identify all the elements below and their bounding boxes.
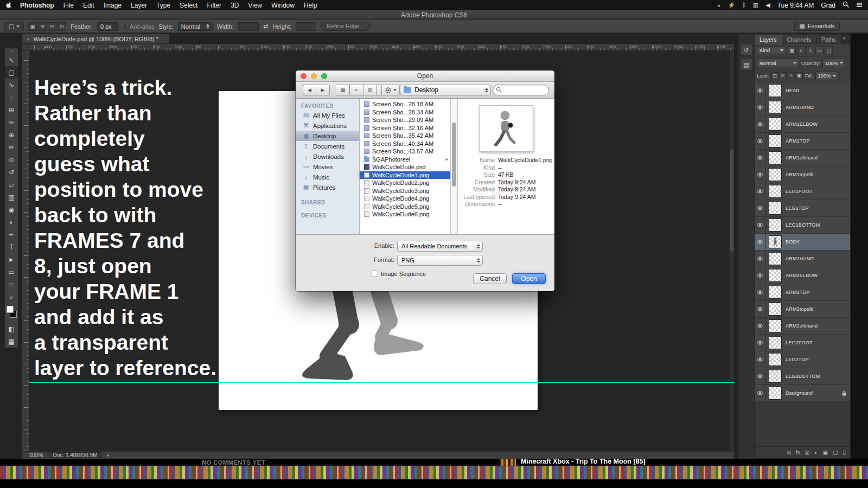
menu-status-icon[interactable]: ᛒ — [742, 2, 746, 9]
arm2top[interactable]: ARM2TOP — [755, 284, 850, 301]
layer-thumbnail[interactable] — [769, 101, 782, 114]
filter-icon[interactable]: ▦ — [788, 46, 796, 54]
layer-visibility-toggle[interactable] — [755, 267, 766, 284]
walkcycledude2-png[interactable]: WalkCycleDude2.png — [360, 179, 450, 187]
layer-visibility-toggle[interactable] — [755, 351, 766, 368]
antialias-box[interactable] — [122, 24, 127, 29]
lock-icon[interactable]: ✏ — [780, 72, 787, 79]
cyan-guide-line[interactable] — [29, 382, 734, 383]
layer-thumbnail[interactable] — [769, 370, 782, 383]
height-input[interactable] — [296, 22, 316, 31]
filter-icon[interactable]: ▢ — [825, 46, 833, 54]
layer-thumbnail[interactable] — [769, 387, 782, 400]
filter-icon[interactable]: ▭ — [815, 46, 824, 54]
sgaphotoreel[interactable]: SGAPhotoreel ▶ — [360, 156, 450, 164]
layer-thumbnail[interactable] — [769, 219, 782, 232]
menu-status-icon[interactable]: ⚡ — [728, 2, 736, 9]
all-my-files[interactable]: ▤ All My Files — [296, 110, 359, 120]
screen-sho-28-34-am[interactable]: Screen Sho...28.34 AM — [360, 108, 450, 117]
desktop[interactable]: ▣ Desktop — [296, 131, 359, 141]
pen-tool[interactable]: ✒ — [5, 228, 18, 241]
zoom-tool[interactable]: ⌕ — [5, 291, 18, 303]
quick-selection-tool[interactable]: ◌ — [5, 91, 18, 104]
menu-item[interactable]: File — [63, 2, 74, 9]
layer-thumbnail[interactable] — [769, 303, 782, 316]
menu-item[interactable]: View — [248, 2, 262, 9]
close-tab-icon[interactable]: × — [27, 36, 30, 42]
filter-kind-dropdown[interactable]: Kind — [757, 46, 786, 54]
arm2hand[interactable]: ARM2HAND — [755, 251, 850, 267]
menu-item[interactable]: 3D — [231, 2, 239, 9]
layer-thumbnail[interactable] — [769, 235, 782, 248]
filter-icon[interactable]: ◐ — [797, 46, 805, 54]
shape-tool[interactable]: ▭ — [5, 266, 18, 278]
dodge-tool[interactable]: ◐ — [5, 216, 18, 228]
layers-footer-icon[interactable]: ▯ — [843, 450, 846, 455]
walkcycledude3-png[interactable]: WalkCycleDude3.png — [360, 187, 450, 195]
menu-item[interactable]: Image — [104, 2, 122, 9]
image-sequence-checkbox[interactable]: Image Sequence — [372, 271, 426, 277]
format-dropdown[interactable]: PNG — [397, 255, 483, 266]
screen-sho-28-18-am[interactable]: Screen Sho...28.18 AM — [360, 100, 450, 108]
walkcycledude-psd[interactable]: WalkCycleDude.psd — [360, 163, 450, 171]
layer-visibility-toggle[interactable] — [755, 318, 766, 334]
layer-visibility-toggle[interactable] — [755, 99, 766, 115]
rectangular-marquee-tool[interactable]: ▢ — [5, 66, 18, 79]
fill-select[interactable]: 100% — [815, 72, 838, 80]
brush-tool[interactable]: ✏ — [5, 141, 18, 153]
leg2foot[interactable]: LEG2FOOT — [755, 335, 850, 351]
arm1top[interactable]: ARM1TOP — [755, 133, 850, 150]
menu-item[interactable]: Filter — [207, 2, 221, 9]
panel-tab[interactable]: Paths — [816, 35, 841, 44]
layer-visibility-toggle[interactable] — [755, 301, 766, 317]
back-button[interactable]: ◀ — [303, 85, 316, 95]
feather-input[interactable]: 0 px — [97, 22, 118, 31]
style-select[interactable]: Normal — [178, 22, 213, 31]
workspace-switcher[interactable]: ▦ Essentials — [794, 22, 840, 31]
layer-thumbnail[interactable] — [769, 84, 782, 97]
layer-visibility-toggle[interactable] — [755, 335, 766, 351]
layers-footer-icon[interactable]: fx — [796, 450, 800, 455]
menu-item[interactable]: Window — [271, 2, 295, 9]
enable-dropdown[interactable]: All Readable Documents — [397, 241, 483, 252]
arm1hand[interactable]: ARM1HAND — [755, 99, 850, 116]
layers-footer-icon[interactable]: ◐ — [815, 450, 818, 455]
spotlight-icon[interactable] — [843, 1, 849, 9]
layer-visibility-toggle[interactable] — [755, 133, 766, 149]
width-input[interactable] — [238, 22, 259, 31]
eyedropper-tool[interactable]: ✑ — [5, 116, 18, 129]
layers-footer-icon[interactable]: ⧉ — [787, 450, 791, 456]
document-tab[interactable]: × WalkCycleDude.psd @ 100% (BODY, RGB/8)… — [22, 34, 169, 44]
opacity-select[interactable]: 100% — [822, 59, 845, 67]
swap-dimensions-icon[interactable]: ⇄ — [263, 23, 268, 30]
healing-brush-tool[interactable]: ⊕ — [5, 129, 18, 141]
layer-visibility-toggle[interactable] — [755, 166, 766, 183]
arm2elbhand[interactable]: ARM2elbhand — [755, 318, 850, 335]
panel-tab[interactable]: Channels — [782, 35, 816, 44]
layer-thumbnail[interactable] — [769, 118, 782, 131]
applications[interactable]: ⌘ Applications — [296, 120, 359, 131]
layer-visibility-toggle[interactable] — [755, 368, 766, 384]
clone-stamp-tool[interactable]: ⊙ — [5, 153, 18, 166]
scrollbar-thumb[interactable] — [730, 149, 733, 252]
gradient-tool[interactable]: ▥ — [5, 191, 18, 203]
leg1top[interactable]: LEG1TOP — [755, 200, 850, 217]
arm1elbow[interactable]: ARM1ELBOW — [755, 116, 850, 133]
menu-status-icon[interactable]: ◒ — [717, 2, 721, 9]
screen-sho-40-34-am[interactable]: Screen Sho...40.34 AM — [360, 140, 450, 148]
layer-thumbnail[interactable] — [769, 134, 782, 147]
properties-panel-icon[interactable]: ▤ — [741, 59, 752, 70]
dialog-titlebar[interactable]: Open — [296, 70, 554, 82]
hand-tool[interactable]: ☞ — [5, 278, 18, 291]
refine-edge-button[interactable]: Refine Edge... — [321, 22, 371, 31]
crop-tool[interactable]: ⊞ — [5, 104, 18, 116]
tool-preset-dropdown[interactable]: ▢ — [4, 22, 24, 31]
layer-thumbnail[interactable] — [769, 336, 782, 349]
layer-thumbnail[interactable] — [769, 168, 782, 181]
view-mode-button[interactable]: ≡ — [350, 85, 363, 95]
menu-clock[interactable]: Tue 9:44 AM — [777, 2, 814, 9]
location-dropdown[interactable]: Desktop — [400, 85, 491, 95]
layer-thumbnail[interactable] — [769, 185, 782, 198]
type-tool[interactable]: T — [5, 241, 18, 253]
cancel-button[interactable]: Cancel — [473, 273, 507, 284]
